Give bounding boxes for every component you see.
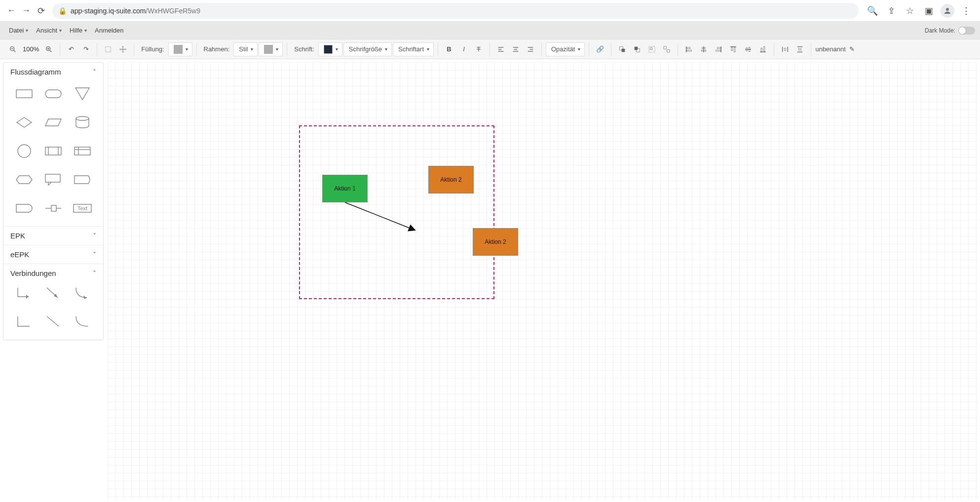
svg-point-60 (18, 145, 31, 157)
menu-login[interactable]: Anmelden (91, 25, 128, 36)
menu-view[interactable]: Ansicht▾ (32, 25, 66, 36)
shape-circle[interactable] (12, 142, 36, 160)
menu-file[interactable]: Datei▾ (5, 25, 32, 36)
align-left-obj-button[interactable] (682, 42, 696, 56)
link-button[interactable]: 🔗 (593, 42, 607, 56)
darkmode-toggle[interactable]: Dark Mode: (925, 27, 975, 35)
select-tool[interactable] (101, 42, 115, 56)
profile-avatar[interactable] (941, 4, 954, 18)
section-flowchart-toggle[interactable]: Flussdiagramm ˄ (3, 63, 103, 81)
shape-terminator[interactable] (12, 199, 36, 217)
svg-rect-68 (45, 174, 60, 182)
shape-callout[interactable] (41, 171, 65, 189)
chevron-down-icon: ▾ (336, 46, 338, 52)
svg-marker-55 (17, 117, 32, 127)
section-eepk-toggle[interactable]: eEPK ˅ (3, 245, 103, 264)
shape-summing[interactable] (41, 199, 65, 217)
group-button[interactable] (645, 42, 659, 56)
address-bar[interactable]: 🔒 app-staging.iq-suite.com /WxHWGFeR5w9 (52, 3, 859, 19)
align-bottom-button[interactable] (756, 42, 770, 56)
strikethrough-button[interactable]: T (472, 42, 486, 56)
svg-rect-48 (785, 48, 786, 50)
align-right-button[interactable] (524, 42, 537, 56)
chevron-down-icon: ˅ (93, 232, 96, 240)
shape-cylinder[interactable] (71, 114, 94, 131)
svg-rect-70 (51, 205, 56, 211)
share-icon[interactable]: ⇪ (884, 4, 898, 18)
font-size-picker[interactable]: Schrifgröße▾ (343, 42, 392, 56)
svg-rect-21 (622, 48, 625, 52)
menu-help[interactable]: Hilfe▾ (66, 25, 91, 36)
font-family-picker[interactable]: Schriftart▾ (393, 42, 434, 56)
shape-rounded-rect[interactable] (41, 85, 65, 103)
svg-rect-38 (731, 47, 733, 51)
svg-marker-54 (75, 88, 89, 100)
shape-diamond[interactable] (12, 114, 36, 131)
conn-diag[interactable] (41, 313, 65, 331)
chevron-down-icon: ▾ (427, 46, 429, 52)
shape-hexagon[interactable] (12, 171, 36, 189)
bring-front-button[interactable] (615, 42, 629, 56)
opacity-value: Opazität (551, 45, 575, 53)
shape-triangle-down[interactable] (71, 85, 94, 103)
lock-icon: 🔒 (58, 7, 67, 15)
shape-display[interactable] (71, 171, 94, 189)
node-n2[interactable]: Aktion 2 (428, 166, 474, 193)
star-icon[interactable]: ☆ (903, 4, 917, 18)
ungroup-button[interactable] (660, 42, 674, 56)
url-host: app-staging.iq-suite.com (71, 7, 146, 15)
shape-predefined[interactable] (41, 142, 65, 160)
document-name: unbenannt (815, 45, 845, 53)
font-color-picker[interactable]: ▾ (318, 42, 342, 56)
node-n1[interactable]: Aktion 1 (322, 175, 368, 202)
chevron-down-icon: ▾ (385, 46, 387, 52)
section-connections-toggle[interactable]: Verbindungen ˄ (3, 264, 103, 282)
opacity-picker[interactable]: Opazität▾ (546, 42, 585, 56)
fill-color-picker[interactable]: ▾ (168, 42, 192, 56)
svg-marker-76 (83, 296, 87, 299)
stroke-color-picker[interactable]: ▾ (259, 42, 283, 56)
send-back-button[interactable] (630, 42, 644, 56)
panel-icon[interactable]: ▣ (922, 4, 936, 18)
stroke-style-value: Stil (239, 45, 248, 53)
align-center-button[interactable] (509, 42, 523, 56)
undo-button[interactable]: ↶ (64, 42, 78, 56)
shape-internal-storage[interactable] (71, 142, 94, 160)
bold-button[interactable]: B (442, 42, 456, 56)
conn-curve-arrow[interactable] (71, 284, 94, 302)
kebab-icon[interactable]: ⋮ (959, 4, 973, 18)
conn-curve[interactable] (71, 313, 94, 331)
redo-button[interactable]: ↷ (79, 42, 93, 56)
back-button[interactable]: ← (4, 3, 19, 18)
conn-elbow-arrow[interactable] (12, 284, 36, 302)
reload-button[interactable]: ⟳ (34, 3, 48, 18)
align-top-button[interactable] (726, 42, 740, 56)
toggle-switch[interactable] (958, 27, 975, 35)
zoom-out-button[interactable] (6, 42, 20, 56)
align-middle-button[interactable] (741, 42, 755, 56)
shape-text[interactable]: Text (71, 199, 94, 217)
pan-tool[interactable] (116, 42, 130, 56)
align-left-button[interactable] (494, 42, 508, 56)
conn-diag-arrow[interactable] (41, 284, 65, 302)
zoom-in-button[interactable] (42, 42, 56, 56)
section-epk-toggle[interactable]: EPK ˅ (3, 227, 103, 245)
svg-line-77 (47, 316, 59, 326)
canvas[interactable]: Aktion 1Aktion 2Aktion 2 (108, 62, 977, 499)
zoom-icon[interactable]: 🔍 (866, 4, 879, 18)
conn-elbow[interactable] (12, 313, 36, 331)
shape-parallelogram[interactable] (41, 114, 65, 131)
node-n3[interactable]: Aktion 2 (473, 228, 518, 256)
stroke-style-picker[interactable]: Stil▾ (233, 42, 258, 56)
distribute-v-button[interactable] (793, 42, 807, 56)
shape-rectangle[interactable] (12, 85, 36, 103)
svg-rect-45 (764, 46, 765, 51)
italic-button[interactable]: I (457, 42, 471, 56)
align-center-h-button[interactable] (697, 42, 711, 56)
svg-rect-44 (761, 48, 762, 51)
fill-swatch (174, 45, 183, 54)
distribute-h-button[interactable] (778, 42, 792, 56)
edit-name-button[interactable]: ✎ (847, 42, 857, 56)
forward-button[interactable]: → (19, 3, 34, 18)
align-right-obj-button[interactable] (712, 42, 725, 56)
